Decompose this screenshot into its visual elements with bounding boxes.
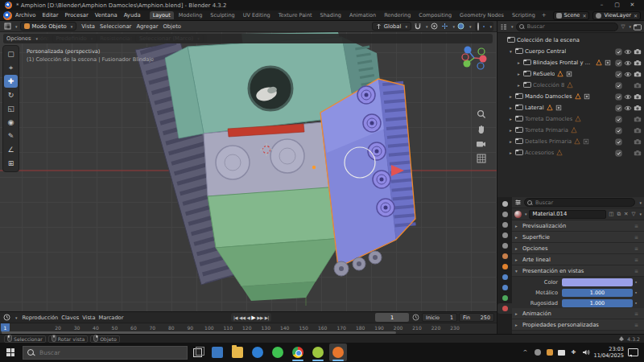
roughness-anim-dot[interactable]: • bbox=[633, 300, 639, 306]
expand-toggle-icon[interactable]: ▸ bbox=[516, 60, 522, 65]
menu-ventana[interactable]: Ventana bbox=[92, 12, 121, 19]
app-file-explorer[interactable] bbox=[229, 343, 246, 361]
panel-arte-lineal[interactable]: ▸Arte lineal≡ bbox=[512, 254, 644, 265]
panel-grip-icon[interactable]: ≡ bbox=[634, 311, 638, 316]
checkbox-toggle-icon[interactable] bbox=[614, 150, 622, 157]
expand-toggle-icon[interactable]: ▾ bbox=[508, 49, 514, 54]
expand-toggle-icon[interactable]: ▸ bbox=[516, 72, 522, 76]
outliner-row-mando-damocles[interactable]: ▸Mando Damocles bbox=[497, 91, 644, 102]
transform-orientation-selector[interactable]: Global ▾ bbox=[372, 22, 411, 31]
tab-rendering[interactable]: Rendering bbox=[381, 11, 414, 19]
checkbox-toggle-icon[interactable] bbox=[614, 138, 622, 146]
rotate-tool[interactable]: ↻ bbox=[4, 88, 18, 101]
use-preview-range-icon[interactable] bbox=[412, 314, 419, 321]
panel-grip-icon[interactable]: ≡ bbox=[634, 245, 638, 251]
outliner-filter-caret-icon[interactable]: ▾ bbox=[629, 24, 631, 29]
outliner-filter-icon[interactable]: ▽ bbox=[621, 23, 625, 30]
panel-grip-icon[interactable]: ≡ bbox=[634, 322, 638, 327]
outliner-row-accesorios[interactable]: ▸Accesorios bbox=[497, 147, 644, 158]
blender-menu-icon[interactable] bbox=[3, 11, 12, 20]
viewport-menu-objeto[interactable]: Objeto bbox=[160, 23, 184, 30]
properties-search-input[interactable] bbox=[524, 198, 635, 207]
tab-texture-paint[interactable]: Texture Paint bbox=[275, 11, 316, 19]
rendered-shading-icon[interactable] bbox=[485, 26, 487, 27]
fake-user-icon[interactable]: ◫ bbox=[608, 211, 614, 217]
playback-button-1[interactable]: ◀◀ bbox=[239, 315, 245, 320]
outliner-row-torreta-primaria[interactable]: ▸Torreta Primaria bbox=[497, 125, 644, 136]
expand-toggle-icon[interactable]: ▸ bbox=[508, 139, 514, 144]
snap-caret-icon[interactable]: ▾ bbox=[426, 24, 428, 29]
tray-icon-4[interactable]: ✚ bbox=[570, 348, 578, 356]
material-filter-icon[interactable]: ▽ bbox=[630, 211, 636, 217]
camera-view-icon[interactable] bbox=[476, 140, 486, 148]
tray-icon-3[interactable] bbox=[558, 348, 566, 356]
checkbox-toggle-icon[interactable] bbox=[614, 127, 622, 134]
app-edge[interactable] bbox=[309, 343, 327, 361]
playback-button-5[interactable]: ▶| bbox=[265, 315, 269, 320]
outliner-search-input[interactable] bbox=[516, 23, 619, 31]
world-tab[interactable] bbox=[497, 251, 512, 261]
panel-viewport-display[interactable]: ▾ Presentación en vistas ≡ bbox=[512, 265, 644, 277]
modifiers-tab[interactable] bbox=[497, 272, 512, 282]
material-filter-caret-icon[interactable]: ▾ bbox=[639, 212, 642, 216]
outliner-editor-icon[interactable] bbox=[500, 23, 507, 31]
outliner-row-coleccio-n-de-la-escena[interactable]: Colección de la escena bbox=[497, 35, 644, 46]
data-tab[interactable] bbox=[497, 293, 512, 303]
disable-render-camera-icon[interactable] bbox=[634, 105, 642, 111]
add-cube-tool[interactable]: ⊞ bbox=[4, 157, 18, 170]
tool-tab[interactable] bbox=[497, 199, 512, 209]
timeline-menu-claves[interactable]: Claves bbox=[60, 315, 80, 321]
timeline-editor-caret-icon[interactable]: ▾ bbox=[15, 315, 18, 320]
expand-toggle-icon[interactable]: ▸ bbox=[516, 83, 522, 88]
panel-grip-icon[interactable]: ≡ bbox=[634, 223, 638, 228]
app-outlook[interactable] bbox=[249, 343, 266, 361]
checkbox-toggle-icon[interactable] bbox=[614, 82, 622, 89]
checkbox-toggle-icon[interactable] bbox=[614, 71, 622, 78]
panel-grip-icon[interactable]: ≡ bbox=[634, 268, 638, 274]
expand-toggle-icon[interactable]: ▸ bbox=[508, 94, 514, 99]
action-center-icon[interactable] bbox=[628, 348, 638, 357]
outliner-row-blindajes-frontal-y-superior[interactable]: ▸Blindajes Frontal y Superior bbox=[497, 57, 644, 68]
panel-grip-icon[interactable]: ≡ bbox=[634, 234, 638, 240]
viewport-menu-agregar[interactable]: Agregar bbox=[134, 23, 160, 30]
disable-render-camera-icon[interactable] bbox=[634, 150, 642, 156]
viewport-menu-seleccionar[interactable]: Seleccionar bbox=[97, 23, 134, 30]
tab-geometry-nodes[interactable]: Geometry Nodes bbox=[456, 11, 507, 19]
expand-toggle-icon[interactable]: ▸ bbox=[508, 150, 514, 155]
hide-viewport-eye-icon[interactable] bbox=[624, 94, 632, 100]
solid-shading-icon[interactable] bbox=[481, 26, 482, 27]
disable-render-camera-icon[interactable] bbox=[634, 127, 642, 134]
transform-tool[interactable]: ◉ bbox=[4, 116, 18, 129]
tab-compositing[interactable]: Compositing bbox=[415, 11, 455, 19]
outliner-row-resuelo[interactable]: ▸ReSuelo bbox=[497, 68, 644, 80]
taskbar-search-input[interactable] bbox=[23, 346, 188, 360]
checkbox-toggle-icon[interactable] bbox=[614, 93, 622, 101]
task-view-icon[interactable] bbox=[192, 347, 204, 358]
outliner-row-detalles-primaria[interactable]: ▸Detalles Primaria bbox=[497, 136, 644, 147]
material-tab[interactable] bbox=[497, 303, 512, 314]
hide-viewport-eye-icon[interactable] bbox=[624, 60, 632, 66]
panel-previsualizacio-n[interactable]: ▸Previsualización≡ bbox=[512, 220, 644, 232]
frame-start-field[interactable]: Inicio 1 bbox=[422, 313, 457, 322]
metallic-slider[interactable]: 1.000 bbox=[562, 289, 633, 297]
shading-caret-icon[interactable]: ▾ bbox=[489, 24, 492, 29]
disable-render-camera-icon[interactable] bbox=[634, 71, 642, 77]
panel-opciones[interactable]: ▸Opciones≡ bbox=[512, 243, 644, 254]
color-anim-dot[interactable]: • bbox=[633, 279, 639, 285]
maximize-button[interactable]: ▢ bbox=[610, 1, 624, 10]
expand-toggle-icon[interactable]: ▸ bbox=[508, 117, 514, 121]
annotate-tool[interactable]: ✎ bbox=[4, 130, 18, 142]
viewport-menu-vista[interactable]: Vista bbox=[79, 23, 97, 30]
outliner-search[interactable] bbox=[516, 23, 619, 31]
app-chrome[interactable] bbox=[289, 343, 307, 361]
roughness-slider[interactable]: 1.000 bbox=[562, 299, 633, 307]
checkbox-toggle-icon[interactable] bbox=[614, 60, 622, 67]
tab-scripting[interactable]: Scripting bbox=[509, 11, 539, 19]
wireframe-shading-icon[interactable] bbox=[477, 23, 480, 31]
color-swatch[interactable] bbox=[562, 278, 633, 286]
app-blender[interactable] bbox=[329, 343, 347, 361]
metallic-anim-dot[interactable]: • bbox=[633, 290, 639, 295]
playback-button-0[interactable]: |◀ bbox=[233, 315, 237, 320]
checkbox-toggle-icon[interactable] bbox=[614, 116, 622, 123]
outliner-row-cuerpo-central[interactable]: ▾Cuerpo Central bbox=[497, 46, 644, 57]
